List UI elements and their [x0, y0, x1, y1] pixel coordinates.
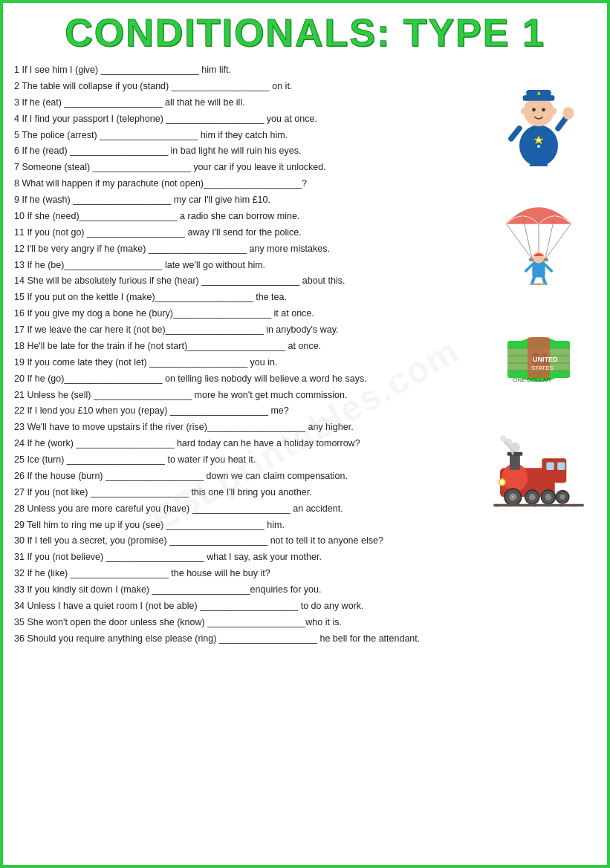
sentence-line-24: 24 If he (work) ___________________ hard… — [14, 436, 473, 452]
svg-point-60 — [529, 494, 536, 500]
sentences-list: 1 If I see him I (give) ________________… — [14, 62, 481, 647]
sentence-line-36: 36 Should you require anything else plea… — [14, 631, 473, 647]
sentence-line-23: 23 We'll have to move upstairs if the ri… — [14, 420, 473, 436]
sentence-line-18: 18 He'll be late for the train if he (no… — [14, 339, 473, 355]
svg-line-28 — [545, 264, 551, 271]
sentence-line-30: 30 If I tell you a secret, you (promise)… — [14, 533, 473, 549]
svg-rect-49 — [546, 463, 554, 470]
sentence-line-11: 11 If you (not go) ___________________ a… — [14, 225, 473, 241]
svg-rect-30 — [530, 283, 546, 285]
svg-rect-48 — [542, 458, 566, 483]
sentence-line-2: 2 The table will collapse if you (stand)… — [14, 79, 473, 95]
sentence-line-9: 9 If he (wash) ___________________ my ca… — [14, 192, 473, 209]
sentence-line-31: 31 If you (not believe) ________________… — [14, 549, 473, 566]
police-officer-icon — [490, 70, 587, 166]
sentence-line-17: 17 If we leave the car here it (not be)_… — [14, 322, 473, 339]
svg-rect-23 — [532, 261, 545, 278]
svg-point-55 — [499, 480, 504, 485]
sentence-line-33: 33 If you kindly sit down I (make) _____… — [14, 582, 473, 598]
svg-line-10 — [510, 128, 519, 139]
svg-point-64 — [559, 495, 565, 500]
money-roll-icon: $1 UNITED STATES ONE DOLLAR — [490, 307, 587, 404]
svg-point-62 — [545, 494, 551, 500]
sentence-line-8: 8 What will happen if my parachute (not … — [14, 176, 473, 192]
sentence-line-13: 13 If he (be)___________________ late we… — [14, 258, 473, 274]
sentence-line-14: 14 She will be absolutely furious if she… — [14, 273, 473, 290]
sentence-line-21: 21 Unless he (sell) ___________________ … — [14, 388, 473, 404]
sentence-line-34: 34 Unless I have a quiet room I (not be … — [14, 598, 473, 615]
sentence-line-26: 26 If the house (burn) _________________… — [14, 469, 473, 485]
svg-rect-12 — [540, 163, 547, 166]
sentence-line-1: 1 If I see him I (give) ________________… — [14, 62, 473, 79]
svg-rect-50 — [557, 463, 565, 470]
sentence-line-35: 35 She won't open the door unless she (k… — [14, 615, 473, 631]
parachutist-icon — [490, 189, 587, 285]
svg-point-46 — [500, 435, 507, 442]
sentence-line-3: 3 If he (eat) ___________________ all th… — [14, 95, 473, 111]
page: ESLprintables.com CONDITIONALS: TYPE 1 1… — [0, 0, 610, 868]
svg-rect-11 — [529, 163, 536, 166]
sentence-line-10: 10 If she (need)___________________ a ra… — [14, 209, 473, 225]
sentence-line-4: 4 If I find your passport I (telephone) … — [14, 111, 473, 128]
page-title: CONDITIONALS: TYPE 1 — [14, 10, 596, 55]
content-area: 1 If I see him I (give) ________________… — [14, 62, 596, 647]
sentence-line-20: 20 If he (go)___________________ on tell… — [14, 371, 473, 388]
svg-rect-52 — [510, 454, 520, 470]
svg-point-6 — [532, 108, 536, 112]
sentence-line-7: 7 Someone (steal) ___________________ yo… — [14, 160, 473, 176]
svg-point-58 — [511, 496, 513, 498]
sentence-line-27: 27 If you (not like) ___________________… — [14, 485, 473, 501]
sentence-line-5: 5 The police (arrest) __________________… — [14, 128, 473, 144]
sentence-line-6: 6 If he (read) ___________________ in ba… — [14, 143, 473, 160]
sentence-line-16: 16 If you give my dog a bone he (bury)__… — [14, 306, 473, 322]
train-icon — [490, 426, 587, 523]
sentence-line-32: 32 If he (like) ___________________ the … — [14, 566, 473, 582]
svg-point-15 — [520, 108, 525, 114]
svg-point-13 — [537, 139, 540, 142]
svg-point-9 — [562, 107, 574, 120]
sentence-line-19: 19 If you come late they (not let) _____… — [14, 355, 473, 371]
svg-line-27 — [525, 264, 532, 271]
sentence-line-12: 12 I'll be very angry if he (make) _____… — [14, 241, 473, 258]
sentence-line-22: 22 If I lend you £10 when you (repay) __… — [14, 403, 473, 420]
sentence-line-29: 29 Tell him to ring me up if you (see) _… — [14, 518, 473, 534]
illustrations-column: $1 UNITED STATES ONE DOLLAR — [481, 62, 596, 647]
svg-point-16 — [551, 108, 556, 114]
sentence-line-15: 15 If you put on the kettle I (make)____… — [14, 290, 473, 306]
svg-text:UNITED: UNITED — [533, 356, 558, 363]
svg-rect-53 — [507, 452, 522, 456]
svg-point-7 — [542, 108, 545, 112]
svg-text:ONE DOLLAR: ONE DOLLAR — [513, 376, 551, 383]
sentence-line-28: 28 Unless you are more careful you (have… — [14, 501, 473, 518]
sentence-line-25: 25 Ice (turn) ___________________ to wat… — [14, 452, 473, 469]
svg-point-14 — [537, 145, 540, 148]
